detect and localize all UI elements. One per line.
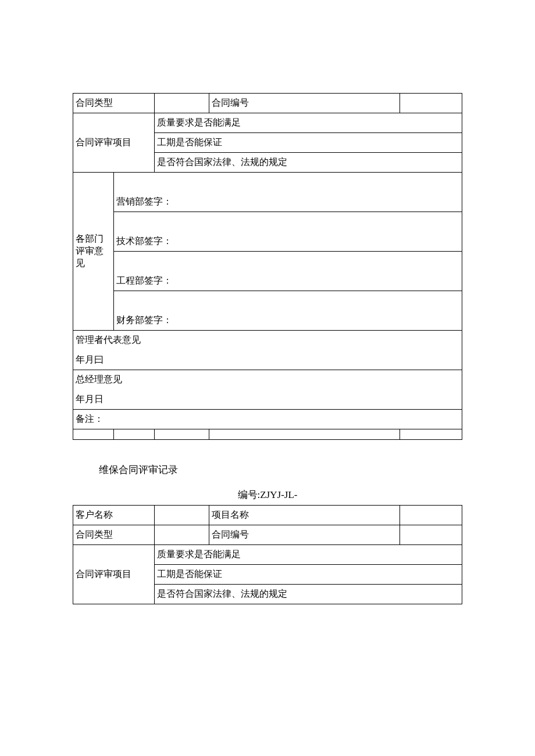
gm-opinion-date: 年月日 (73, 390, 462, 410)
contract-number-label: 合同编号 (209, 94, 400, 113)
gm-opinion: 总经理意见 (73, 370, 462, 390)
t2-contract-number-label: 合同编号 (209, 525, 400, 545)
t2-review-items-label: 合同评审项目 (73, 545, 155, 604)
remark-label: 备注： (73, 410, 462, 429)
review-item-law: 是否符合国家法律、法规的规定 (155, 153, 462, 173)
contract-review-table-2: 客户名称 项目名称 合同类型 合同编号 合同评审项目 质量要求是否能满足 工期是… (73, 505, 462, 604)
contract-type-label: 合同类型 (73, 94, 155, 113)
tech-sign: 技术部签字： (114, 212, 462, 252)
t2-review-item-quality: 质量要求是否能满足 (155, 545, 462, 565)
t2-review-item-schedule: 工期是否能保证 (155, 565, 462, 585)
empty-cell (209, 429, 400, 440)
t2-review-item-law: 是否符合国家法律、法规的规定 (155, 585, 462, 604)
project-name-value (400, 506, 462, 525)
empty-cell (114, 429, 155, 440)
finance-sign: 财务部签字： (114, 291, 462, 331)
manager-opinion-date: 年月曰 (73, 350, 462, 370)
empty-cell (73, 429, 114, 440)
dept-opinion-label: 各部门评审意见 (73, 173, 114, 331)
review-item-quality: 质量要求是否能满足 (155, 113, 462, 133)
contract-number-value (400, 94, 462, 113)
t2-contract-number-value (400, 525, 462, 545)
manager-opinion: 管理者代表意见 (73, 331, 462, 350)
project-name-label: 项目名称 (209, 506, 400, 525)
t2-contract-type-label: 合同类型 (73, 525, 155, 545)
doc-number: 编号:ZJYJ-JL- (73, 488, 462, 501)
marketing-sign: 营销部签字： (114, 173, 462, 212)
customer-name-label: 客户名称 (73, 506, 155, 525)
review-item-schedule: 工期是否能保证 (155, 133, 462, 153)
contract-review-table-1: 合同类型 合同编号 合同评审项目 质量要求是否能满足 工期是否能保证 是否符合国… (73, 93, 462, 440)
engineering-sign: 工程部签字： (114, 252, 462, 291)
t2-contract-type-value (155, 525, 209, 545)
customer-name-value (155, 506, 209, 525)
empty-cell (155, 429, 209, 440)
section-title: 维保合同评审记录 (73, 463, 462, 476)
empty-cell (400, 429, 462, 440)
review-items-label: 合同评审项目 (73, 113, 155, 173)
contract-type-value (155, 94, 209, 113)
